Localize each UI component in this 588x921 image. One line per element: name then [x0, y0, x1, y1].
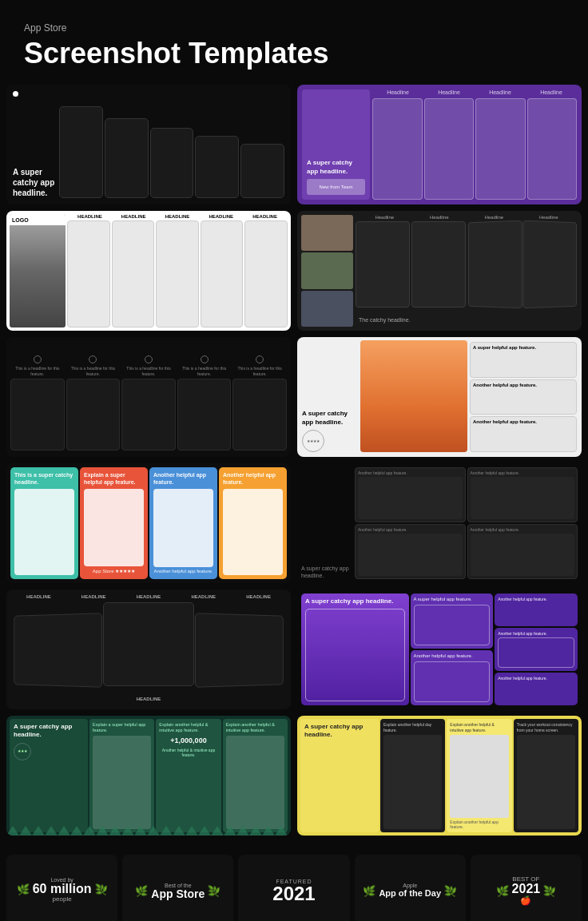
card-r5-left[interactable]: HEADLINE HEADLINE HEADLINE HEADLINE HEAD… — [6, 590, 291, 709]
bottom-headline: HEADLINE — [137, 697, 161, 701]
card-r4-right[interactable]: A super catchy app headline. Another hel… — [297, 463, 582, 583]
color-card-text: Explain a super helpful app feature. — [84, 471, 144, 486]
feature-label: A super catchy app headline. — [301, 565, 353, 579]
svg-marker-17 — [224, 826, 236, 836]
purple-phone-outline — [305, 609, 405, 701]
badge-year: 2021 — [512, 883, 541, 895]
card-r3-right[interactable]: A super catchy app headline. ★★★★ A supe… — [297, 337, 582, 457]
card-r6-left[interactable]: A super catchy app headline. ★★★ Explain… — [6, 716, 291, 836]
badge-best-of-appstore[interactable]: 🌿 Best of the App Store 🌿 — [122, 855, 233, 921]
feature-text: Another helpful app feature. — [473, 419, 574, 424]
card-r1-right[interactable]: A super catchy app headline. New from Te… — [297, 85, 582, 204]
svg-marker-7 — [96, 826, 109, 836]
feature-text: Another helpful app feature. — [498, 597, 574, 601]
dark-phone-angled — [522, 220, 577, 309]
card-r5-right[interactable]: A super catchy app headline. A super hel… — [297, 590, 582, 709]
badge-featured-2021[interactable]: FEATURED 2021 — [238, 855, 349, 921]
color-badge: Another helpful app feature. — [153, 567, 213, 575]
card-r2-left[interactable]: LOGO HEADLINE HEADLINE HEADLINE HEADLINE… — [6, 211, 291, 331]
col-header: HEADLINE — [200, 214, 242, 219]
purple-phone — [372, 98, 423, 200]
col-header: HEADLINE — [157, 214, 199, 219]
teal-headline: A super catchy app headline. — [14, 723, 84, 740]
feature-text: Explain another helpful & intuitive app … — [159, 722, 217, 733]
svg-marker-9 — [121, 826, 134, 836]
header-title: Screenshot Templates — [24, 37, 564, 70]
catchy-headline: A super catchy app headline. — [302, 410, 358, 427]
photo-1 — [301, 215, 353, 251]
minimal-phone — [177, 379, 232, 451]
laurel-left: 🌿 — [496, 885, 509, 897]
dark-phone-sm — [358, 477, 463, 519]
card-r1-left[interactable]: A super catchy app headline. — [6, 85, 291, 204]
col-label: Headline — [484, 215, 503, 220]
color-card-text: Another helpful app feature. — [223, 471, 283, 486]
feature-text: A super helpful app feature. — [473, 345, 574, 350]
phone-mockup — [59, 106, 103, 198]
card-r2-right[interactable]: Headline Headline Headline Headline The … — [297, 211, 582, 331]
header: App Store Screenshot Templates — [0, 0, 588, 85]
svg-marker-0 — [6, 826, 19, 836]
color-card-text: This is a super catchy headline. — [14, 471, 74, 486]
purple-phone — [475, 98, 526, 200]
counter-label: Another helpful & intuitive app feature. — [159, 748, 217, 757]
dark-phone-sm — [471, 477, 575, 519]
minimal-phone — [121, 379, 176, 451]
phone-mockup — [240, 144, 284, 198]
col-label: Headline — [540, 89, 562, 95]
svg-marker-16 — [211, 826, 224, 836]
card-r3-left[interactable]: This is a headline for this feature. Thi… — [6, 337, 291, 457]
headline-label: HEADLINE — [81, 594, 106, 599]
badge-loved-by[interactable]: 🌿 Loved by 60 million people 🌿 — [6, 855, 117, 921]
badge-top: Apple — [379, 883, 441, 888]
phone-mockup — [195, 136, 239, 198]
white-phone — [201, 220, 244, 328]
purple-headline: A super catchy app headline. — [307, 159, 365, 176]
svg-marker-12 — [160, 826, 173, 836]
badge-best-of-2021-apple[interactable]: 🌿 BEST OF 2021 🍎 🌿 — [471, 855, 582, 921]
laurel-right: 🌿 — [208, 885, 220, 897]
color-phone — [84, 489, 144, 566]
laurel-right: 🌿 — [95, 883, 108, 895]
col-header: HEADLINE — [113, 214, 155, 219]
svg-marker-8 — [109, 826, 121, 836]
feature-text: A super helpful app feature. — [414, 597, 491, 603]
badges-section: 🌿 Loved by 60 million people 🌿 🌿 Best of… — [0, 842, 588, 921]
feature-text: Another helpful app feature. — [414, 653, 491, 660]
photo-3 — [301, 291, 353, 327]
black-phone — [517, 735, 575, 829]
dot-indicator — [13, 91, 18, 97]
card-r4-left[interactable]: This is a super catchy headline. Explain… — [6, 463, 291, 583]
laurel-left: 🌿 — [135, 885, 148, 897]
phone-mockup — [105, 118, 149, 198]
headline-label: HEADLINE — [191, 594, 216, 599]
svg-marker-18 — [236, 826, 249, 836]
svg-marker-10 — [134, 826, 147, 836]
minimal-phone — [10, 379, 65, 451]
bottom-label: The catchy headline. — [359, 317, 411, 323]
logo-text: LOGO — [12, 217, 29, 223]
laurel-right: 🌿 — [444, 885, 457, 897]
mini-phone — [498, 637, 574, 669]
caption: This is a headline for this feature. — [10, 366, 65, 376]
badge-bottom: people — [33, 895, 92, 903]
center-phone — [103, 602, 193, 686]
icon-circle — [34, 355, 42, 363]
badge-app-of-the-day[interactable]: 🌿 Apple App of the Day 🌿 — [355, 855, 466, 921]
color-phone — [153, 489, 213, 567]
purple-headline: A super catchy app headline. — [305, 597, 405, 605]
card-r6-right[interactable]: A super catchy app headline. Explain ano… — [297, 716, 582, 836]
svg-marker-5 — [70, 826, 83, 836]
headline-label: HEADLINE — [26, 594, 51, 599]
purple-phone — [527, 98, 578, 200]
white-phone — [112, 220, 155, 328]
laurel-right: 🌿 — [543, 885, 556, 897]
svg-marker-4 — [58, 826, 70, 836]
headline-label: HEADLINE — [246, 594, 271, 599]
feature-label: Another helpful app feature. — [471, 470, 575, 475]
icon-circle — [256, 355, 264, 363]
icon-circle — [145, 355, 153, 363]
laurel-left: 🌿 — [17, 883, 30, 895]
color-phone — [223, 489, 283, 575]
col-label: Headline — [489, 89, 511, 95]
